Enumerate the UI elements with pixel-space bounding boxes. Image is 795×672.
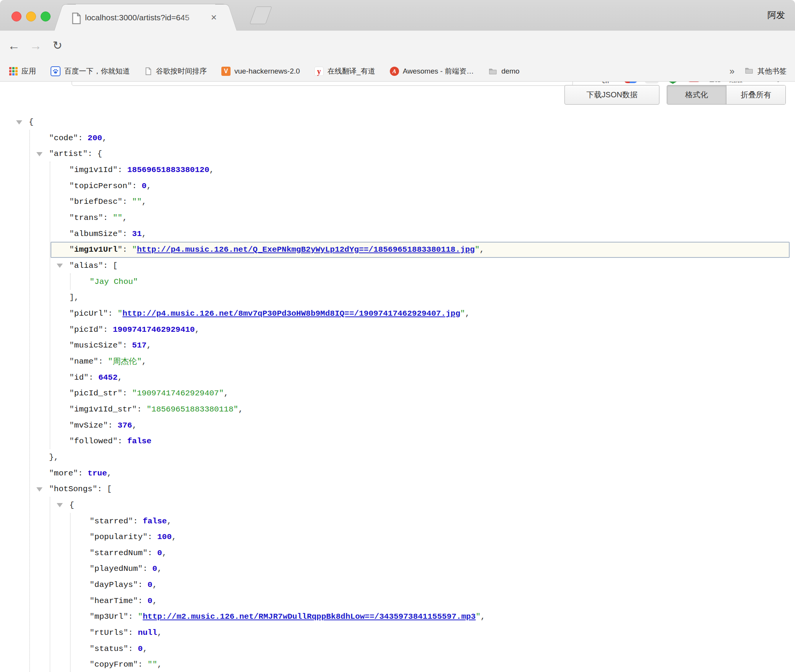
json-line: "alias": [	[69, 257, 118, 274]
json-token: ,	[195, 325, 200, 334]
json-token: "	[103, 421, 108, 430]
json-value: 517	[132, 341, 147, 350]
json-token: ,	[157, 564, 162, 573]
json-token: "	[90, 597, 95, 605]
json-token: "	[69, 166, 74, 174]
json-token: "	[128, 517, 133, 526]
json-token: :	[97, 485, 107, 493]
json-token: "	[118, 197, 123, 206]
json-key: briefDesc	[74, 197, 118, 206]
collapse-triangle-icon[interactable]	[57, 264, 63, 268]
json-link-value[interactable]: http://p4.music.126.net/8mv7qP30Pd3oHW8b…	[123, 309, 460, 318]
json-token: ,	[157, 628, 162, 637]
json-token: "	[92, 485, 97, 493]
json-token: },	[49, 453, 59, 462]
json-token: ,	[152, 597, 157, 605]
json-token: :	[132, 182, 142, 190]
json-token: "	[90, 517, 95, 526]
json-key: mp3Url	[95, 612, 124, 621]
json-token: "	[69, 197, 74, 206]
json-token: "	[137, 197, 142, 206]
json-token: ,	[107, 469, 112, 478]
json-key: id	[74, 373, 84, 382]
json-token: {	[69, 501, 74, 510]
collapse-triangle-icon[interactable]	[36, 487, 43, 492]
json-token: :	[128, 628, 138, 637]
json-token: "	[90, 628, 95, 637]
json-line: "musicSize": 517,	[69, 338, 151, 354]
json-token: "	[73, 134, 78, 143]
json-token: "	[138, 612, 143, 621]
json-line: "playedNum": 0,	[90, 561, 162, 577]
json-token: ,	[143, 644, 148, 653]
json-token: "	[90, 660, 95, 669]
json-line: "status": 0,	[90, 641, 147, 657]
json-token: :	[137, 405, 146, 414]
json-token: "	[113, 166, 118, 174]
json-token: :	[123, 245, 132, 254]
json-token: "	[118, 389, 123, 398]
json-line: "mvSize": 376,	[69, 417, 137, 433]
json-key: albumSize	[74, 229, 118, 238]
json-token: "	[69, 405, 74, 414]
json-token: :	[103, 325, 113, 334]
json-token: ,	[162, 549, 167, 557]
json-token: ,	[142, 197, 147, 206]
json-line: "starredNum": 0,	[90, 545, 167, 561]
json-token: "	[93, 357, 98, 366]
tree-guide-line	[70, 513, 70, 672]
json-value: false	[127, 437, 151, 446]
json-token: "	[90, 644, 95, 653]
json-line: "more": true,	[49, 465, 112, 481]
json-token: {	[29, 118, 34, 126]
json-token: "	[69, 437, 74, 446]
json-token: "	[133, 277, 138, 286]
json-token: "	[69, 182, 74, 190]
json-token: ,	[479, 245, 484, 254]
json-key: followed	[74, 437, 113, 446]
json-token: "	[118, 229, 123, 238]
json-token: "	[113, 213, 118, 222]
json-token: ,	[152, 580, 157, 589]
json-key: playedNum	[95, 564, 138, 573]
json-token: "	[476, 612, 481, 621]
json-token: :	[138, 597, 147, 605]
tree-guide-line	[50, 497, 50, 672]
json-token: "	[73, 469, 78, 478]
collapse-triangle-icon[interactable]	[57, 503, 63, 507]
json-line: "copyFrom": "",	[90, 657, 162, 672]
json-token: "	[49, 149, 54, 158]
collapse-triangle-icon[interactable]	[36, 152, 43, 156]
json-line: "mp3Url": "http://m2.music.126.net/RMJR7…	[90, 609, 485, 625]
json-token: "	[69, 309, 74, 318]
json-value: 18569651883380120	[127, 166, 209, 174]
json-link-value[interactable]: http://m2.music.126.net/RMJR7wDullRqppBk…	[143, 612, 476, 621]
json-line: "hearTime": 0,	[90, 593, 157, 609]
json-value: 0	[157, 549, 162, 557]
json-token: :	[133, 517, 142, 526]
json-token: "	[69, 421, 74, 430]
json-token: "	[138, 564, 143, 573]
json-token: :	[98, 357, 108, 366]
tree-guide-line	[29, 130, 30, 672]
json-token: "	[234, 405, 239, 414]
json-line: "albumSize": 31,	[69, 226, 147, 242]
json-token: "	[133, 597, 138, 605]
json-key: topicPerson	[74, 182, 128, 190]
json-line: "trans": "",	[69, 210, 127, 226]
json-key: code	[54, 134, 73, 143]
json-link-value[interactable]: http://p4.music.126.net/Q_ExePNkmgB2yWyL…	[137, 245, 474, 254]
json-line: "rtUrls": null,	[90, 625, 162, 641]
json-token: [	[107, 485, 112, 493]
json-token: "	[83, 149, 88, 158]
json-key: musicSize	[74, 341, 118, 350]
json-token: ,	[157, 660, 162, 669]
json-token: ,	[102, 134, 107, 143]
json-value: 200	[88, 134, 102, 143]
json-token: "	[127, 182, 132, 190]
json-value: 100	[157, 533, 172, 541]
json-token: ,	[123, 213, 128, 222]
collapse-triangle-icon[interactable]	[16, 120, 22, 125]
json-token: :	[88, 149, 97, 158]
json-token: "	[143, 549, 148, 557]
